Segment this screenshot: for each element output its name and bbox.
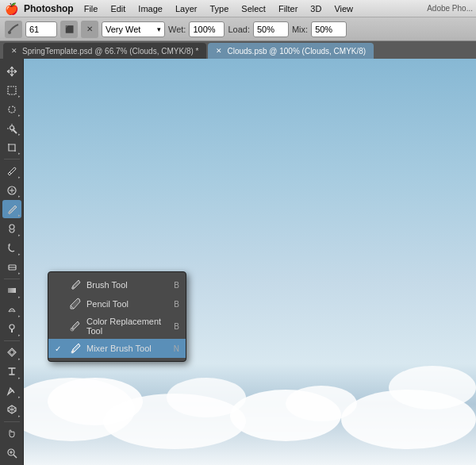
tool-lasso[interactable]: ▸ [2, 100, 21, 118]
svg-rect-14 [8, 288, 16, 293]
context-menu: Brush Tool B Pencil Tool B Color Replace… [48, 271, 186, 362]
mix-value[interactable]: 50% [311, 21, 347, 37]
toolbar-separator-4 [4, 421, 20, 422]
tool-dodge[interactable]: ▸ [2, 320, 21, 338]
ctx-mixer-brush-tool[interactable]: ✓ Mixer Brush Tool N [48, 339, 186, 358]
toolbar-separator-3 [4, 340, 20, 341]
pencil-tool-icon [69, 298, 82, 310]
tool-crop[interactable]: ▸ [2, 138, 21, 156]
ctx-color-replacement-label: Color Replacement Tool [86, 317, 169, 336]
tool-blur[interactable]: ▸ [2, 301, 21, 319]
menu-view[interactable]: View [328, 2, 359, 15]
tool-gradient[interactable]: ▸ [2, 282, 21, 300]
wet-label: Wet: [168, 25, 186, 34]
tool-eraser[interactable]: ▸ [2, 258, 21, 276]
tool-3d[interactable]: ▸ [2, 401, 21, 419]
tool-eyedropper[interactable]: ▸ [2, 162, 21, 180]
tool-rect-marquee[interactable]: ▸ [2, 81, 21, 99]
brush-mode-dropdown[interactable]: Very Wet [102, 21, 165, 37]
tool-magic-wand[interactable]: ▸ [2, 119, 21, 137]
mixer-brush-tool-icon [69, 342, 82, 355]
mix-label: Mix: [292, 25, 308, 34]
ctx-pencil-tool[interactable]: Pencil Tool B [48, 294, 186, 313]
menu-items: File Edit Image Layer Type Select Filter… [79, 2, 359, 15]
tool-brush[interactable]: ▸ [2, 200, 21, 218]
menu-layer[interactable]: Layer [170, 2, 203, 15]
ctx-color-replacement-shortcut: B [174, 322, 179, 331]
tool-zoom[interactable] [2, 444, 21, 462]
brush-preset-icon[interactable] [5, 21, 22, 38]
canvas-area[interactable]: Brush Tool B Pencil Tool B Color Replace… [24, 59, 476, 465]
ctx-brush-label: Brush Tool [86, 280, 169, 290]
canvas-background [24, 59, 476, 465]
tab-bar: ✕ SpringTemplate.psd @ 66.7% (Clouds, CM… [0, 41, 476, 59]
svg-point-0 [8, 31, 11, 34]
ctx-mixer-label: Mixer Brush Tool [86, 344, 169, 353]
ctx-brush-shortcut: B [174, 281, 179, 290]
menu-bar: 🍎 Photoshop File Edit Image Layer Type S… [0, 0, 476, 17]
svg-point-24 [71, 352, 74, 354]
tool-move[interactable] [2, 62, 21, 80]
options-bar: 61 ⬛ ✕ Very Wet Wet: 100% Load: 50% Mix:… [0, 17, 476, 41]
tab-spring-template[interactable]: ✕ SpringTemplate.psd @ 66.7% (Clouds, CM… [3, 43, 206, 59]
brush-angle-icon[interactable]: ⬛ [60, 21, 78, 38]
ctx-mixer-shortcut: N [174, 344, 179, 353]
tool-history-brush[interactable]: ▸ [2, 239, 21, 257]
wet-value[interactable]: 100% [189, 21, 225, 37]
svg-point-11 [10, 225, 14, 229]
apple-menu[interactable]: 🍎 [3, 1, 19, 17]
ctx-pencil-label: Pencil Tool [86, 299, 169, 309]
svg-point-15 [10, 325, 14, 329]
tool-type[interactable]: ▸ [2, 363, 21, 381]
svg-rect-1 [8, 86, 16, 94]
svg-line-2 [13, 129, 17, 133]
toolbar: ▸ ▸ ▸ ▸ ▸ ▸ ▸ ▸ [0, 59, 24, 465]
watermark: Adobe Pho... [427, 4, 473, 13]
tab-clouds[interactable]: ✕ Clouds.psb @ 100% (Clouds, CMYK/8) [208, 43, 374, 59]
tool-clone-stamp[interactable]: ▸ [2, 219, 21, 237]
svg-line-18 [13, 455, 17, 458]
svg-point-7 [10, 125, 13, 129]
menu-filter[interactable]: Filter [273, 2, 303, 15]
ctx-pencil-shortcut: B [174, 300, 179, 309]
app-name: Photoshop [24, 3, 74, 14]
tool-heal[interactable]: ▸ [2, 181, 21, 199]
menu-type[interactable]: Type [204, 2, 234, 15]
menu-select[interactable]: Select [236, 2, 271, 15]
tool-pen[interactable]: ▸ [2, 344, 21, 362]
tool-hand[interactable] [2, 425, 21, 443]
color-replacement-tool-icon [69, 320, 82, 332]
cloud-8 [389, 366, 476, 409]
load-value[interactable]: 50% [253, 21, 289, 37]
main-area: ▸ ▸ ▸ ▸ ▸ ▸ ▸ ▸ [0, 59, 476, 465]
menu-file[interactable]: File [79, 2, 104, 15]
menu-edit[interactable]: Edit [105, 2, 131, 15]
brush-tool-icon [69, 279, 82, 291]
menu-image[interactable]: Image [132, 2, 168, 15]
ctx-brush-tool[interactable]: Brush Tool B [48, 275, 186, 294]
ctx-check-mixer: ✓ [55, 344, 64, 353]
toolbar-separator-2 [4, 279, 20, 279]
menu-3d[interactable]: 3D [305, 2, 327, 15]
load-label: Load: [228, 25, 250, 34]
toolbar-separator-1 [4, 159, 20, 159]
brush-toggle1[interactable]: ✕ [81, 21, 98, 38]
tool-path-selection[interactable]: ▸ [2, 382, 21, 400]
brush-size-input[interactable]: 61 [25, 21, 57, 37]
ctx-color-replacement-tool[interactable]: Color Replacement Tool B [48, 313, 186, 339]
